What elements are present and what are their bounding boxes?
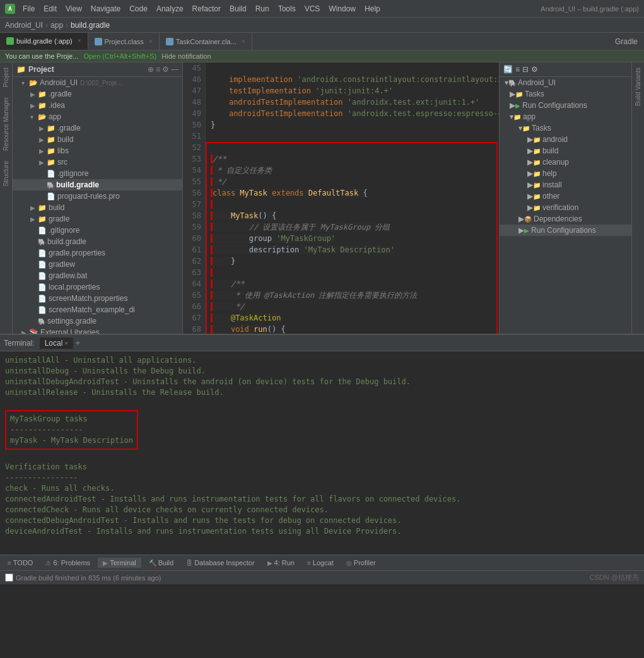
gradle-panel-icon-list[interactable]: ≡ xyxy=(515,65,520,74)
gradle-item-app-tasks[interactable]: ▾ 📁 Tasks xyxy=(500,122,631,134)
tree-arrow: ▾ xyxy=(21,79,29,86)
db-inspector-icon: 🗄 xyxy=(186,560,192,567)
tree-item-local-props[interactable]: 📄 local.properties xyxy=(13,281,182,293)
tree-item-build[interactable]: ▶ 📁 build xyxy=(13,202,182,213)
tree-item-proguard[interactable]: 📄 proguard-rules.pro xyxy=(13,191,182,202)
tree-item-gradle[interactable]: ▶ 📁 .gradle xyxy=(13,88,182,100)
tab-task-container[interactable]: TaskContainer.cla... × xyxy=(160,33,252,50)
gradle-item-verification[interactable]: ▶ 📁 verification xyxy=(500,202,631,213)
sidebar-icon-gear[interactable]: ⚙ xyxy=(162,65,169,74)
tree-item-idea[interactable]: ▶ 📁 .idea xyxy=(13,100,182,111)
tree-item-root-build-gradle[interactable]: 🐘 build.gradle xyxy=(13,236,182,247)
gradle-label: app xyxy=(523,112,536,121)
tool-logcat[interactable]: ≡ Logcat xyxy=(302,558,339,568)
tree-item-app-libs[interactable]: ▶ 📁 libs xyxy=(13,145,182,156)
menu-help[interactable]: Help xyxy=(361,3,384,15)
menu-navigate[interactable]: Navigate xyxy=(87,3,124,15)
tab-build-gradle[interactable]: build.gradle (:app) × xyxy=(0,33,88,50)
vtab-structure[interactable]: Structure xyxy=(1,156,11,192)
menu-build[interactable]: Build xyxy=(226,3,250,15)
tree-item-settings-gradle[interactable]: 🐘 settings.gradle xyxy=(13,315,182,327)
tool-db-inspector[interactable]: 🗄 Database Inspector xyxy=(181,558,259,568)
menu-tools[interactable]: Tools xyxy=(274,3,300,15)
tree-item-gitignore[interactable]: 📄 .gitignore xyxy=(13,225,182,236)
tab-build-gradle-close[interactable]: × xyxy=(78,37,81,44)
tool-problems[interactable]: ⚠ 6: Problems xyxy=(40,558,95,568)
sidebar-icon-collapse[interactable]: ≡ xyxy=(156,65,160,74)
tree-item-app-src[interactable]: ▶ 📁 src xyxy=(13,156,182,168)
gradle-item-run-configurations[interactable]: ▶ ▶ Run Configurations xyxy=(500,225,631,236)
notification-open-link[interactable]: Open (Ctrl+Alt+Shift+S) xyxy=(83,52,156,60)
tool-profiler[interactable]: ◎ Profiler xyxy=(341,558,381,568)
sidebar-icons: ⊕ ≡ ⚙ — xyxy=(148,65,179,74)
tool-terminal[interactable]: ▶ Terminal xyxy=(98,558,141,568)
breadcrumb-item-0[interactable]: Android_UI xyxy=(5,21,43,30)
gradle-label: Tasks xyxy=(532,124,551,132)
code-text[interactable]: implementation 'androidx.constraintlayou… xyxy=(206,62,499,334)
tree-item-app[interactable]: ▾ 📂 app xyxy=(13,111,182,122)
breadcrumb-item-1[interactable]: app xyxy=(50,21,63,30)
tab-project-class-close[interactable]: × xyxy=(149,38,153,45)
bottom-toolbar: ≡ TODO ⚠ 6: Problems ▶ Terminal 🔨 Build … xyxy=(0,555,644,570)
gradle-item-app[interactable]: ▾ 📁 app xyxy=(500,111,631,122)
menu-analyze[interactable]: Analyze xyxy=(153,3,187,15)
status-checkbox[interactable] xyxy=(5,573,13,582)
terminal-add-button[interactable]: + xyxy=(73,338,83,349)
terminal-tab-close[interactable]: × xyxy=(64,340,67,346)
tree-label: External Libraries xyxy=(40,328,99,334)
tab-project-class-label: Project.class xyxy=(105,38,144,45)
tab-task-container-close[interactable]: × xyxy=(242,38,245,45)
tab-project-class[interactable]: Project.class × xyxy=(88,33,160,50)
terminal-icon: ▶ xyxy=(103,560,108,567)
menu-code[interactable]: Code xyxy=(126,3,151,15)
gradle-label: cleanup xyxy=(542,158,569,167)
gradle-panel-icon-refresh[interactable]: 🔄 xyxy=(503,65,513,74)
gradle-item-dependencies[interactable]: ▶ 📦 Dependencies xyxy=(500,213,631,225)
menu-file[interactable]: File xyxy=(19,3,38,15)
tree-item-gradlew-bat[interactable]: 📄 gradlew.bat xyxy=(13,270,182,281)
tree-item-app-gitignore[interactable]: 📄 .gitignore xyxy=(13,168,182,179)
gradle-item-android[interactable]: ▶ 📁 android xyxy=(500,134,631,145)
window-title: Android_UI – build.gradle (:app) xyxy=(541,5,639,13)
vtab-resource[interactable]: Resource Manager xyxy=(1,92,11,156)
gradle-panel-icon-gear[interactable]: ⚙ xyxy=(531,65,538,74)
gradle-item-install[interactable]: ▶ 📁 install xyxy=(500,179,631,191)
tree-item-android-ui[interactable]: ▾ 📂 Android_UI D:\002_Proje... xyxy=(13,77,182,88)
terminal-tab-local[interactable]: Local × xyxy=(40,338,73,349)
tree-item-external-libs[interactable]: ▶ 📚 External Libraries xyxy=(13,327,182,334)
gradle-item-other[interactable]: ▶ 📁 other xyxy=(500,191,631,202)
menu-run[interactable]: Run xyxy=(252,3,273,15)
gradle-item-cleanup[interactable]: ▶ 📁 cleanup xyxy=(500,156,631,168)
tree-item-gradlew[interactable]: 📄 gradlew xyxy=(13,259,182,270)
menu-edit[interactable]: Edit xyxy=(40,3,61,15)
tree-item-app-gradle[interactable]: ▶ 📁 .gradle xyxy=(13,122,182,134)
tree-item-app-build[interactable]: ▶ 📁 build xyxy=(13,134,182,145)
menu-refactor[interactable]: Refactor xyxy=(189,3,225,15)
sidebar-icon-close[interactable]: — xyxy=(171,65,179,74)
gradle-item-tasks[interactable]: ▶ 📁 Tasks xyxy=(500,88,631,100)
gradle-item-android-ui[interactable]: ▾ 🐘 Android_UI xyxy=(500,77,631,88)
tree-item-build-gradle[interactable]: 🐘 build.gradle xyxy=(13,179,182,191)
gradle-item-build[interactable]: ▶ 📁 build xyxy=(500,145,631,156)
sidebar-icon-locate[interactable]: ⊕ xyxy=(148,65,154,74)
menu-vcs[interactable]: VCS xyxy=(301,3,324,15)
vtab-build[interactable]: Build Variants xyxy=(633,62,643,111)
terminal-line-4 xyxy=(5,398,639,409)
tool-todo[interactable]: ≡ TODO xyxy=(3,558,38,568)
gradle-panel-icon-collapse[interactable]: ⊟ xyxy=(522,65,529,74)
tool-build[interactable]: 🔨 Build xyxy=(144,558,179,568)
gradle-item-run-configs[interactable]: ▶ ▶ Run Configurations xyxy=(500,100,631,111)
tool-profiler-label: Profiler xyxy=(354,559,376,567)
menu-view[interactable]: View xyxy=(62,3,86,15)
vtab-project[interactable]: Project xyxy=(1,62,11,92)
notification-hide-link[interactable]: Hide notification xyxy=(161,52,211,60)
tree-item-screen-match-example[interactable]: 📄 screenMatch_example_di xyxy=(13,304,182,315)
profiler-icon: ◎ xyxy=(346,560,352,567)
gradle-item-help[interactable]: ▶ 📁 help xyxy=(500,168,631,179)
tool-run[interactable]: ▶ 4: Run xyxy=(262,558,300,568)
tree-item-screen-match[interactable]: 📄 screenMatch.properties xyxy=(13,293,182,304)
tree-item-gradle-props[interactable]: 📄 gradle.properties xyxy=(13,247,182,259)
menu-window[interactable]: Window xyxy=(325,3,360,15)
breadcrumb-item-2[interactable]: build.gradle xyxy=(71,21,110,30)
tree-item-gradle2[interactable]: ▶ 📁 gradle xyxy=(13,213,182,225)
